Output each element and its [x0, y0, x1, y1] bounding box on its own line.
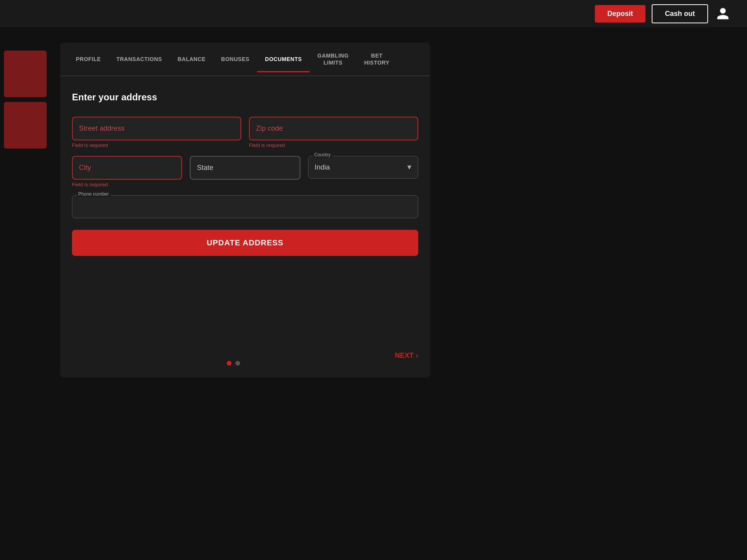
pagination-dot-1[interactable] [227, 361, 231, 366]
pagination-dots [227, 361, 240, 366]
next-label: NEXT [395, 352, 414, 360]
tab-transactions[interactable]: TRANSACTIONS [109, 47, 170, 72]
pagination-dot-2[interactable] [235, 361, 240, 366]
phone-label: Phone number [77, 191, 110, 197]
tab-bet-history[interactable]: BETHISTORY [356, 43, 397, 75]
city-group: Field is required [72, 156, 182, 187]
state-group [190, 156, 300, 180]
tab-documents[interactable]: DOCUMENTS [257, 47, 310, 72]
zip-code-group: Field is required [249, 117, 418, 148]
sidebar-block-bottom [4, 102, 47, 149]
phone-input[interactable] [72, 195, 418, 218]
user-profile-icon[interactable] [714, 5, 731, 22]
tab-balance[interactable]: BALANCE [170, 47, 213, 72]
header: Deposit Cash out [0, 0, 747, 27]
country-label: Country [313, 152, 332, 158]
address-row: Field is required Field is required [72, 117, 418, 148]
bottom-nav: NEXT › [60, 345, 430, 366]
deposit-button[interactable]: Deposit [595, 5, 645, 23]
next-arrow-icon: › [416, 352, 418, 360]
update-address-button[interactable]: UPDATE ADDRESS [72, 230, 418, 256]
zip-code-error: Field is required [249, 142, 418, 148]
next-button[interactable]: NEXT › [395, 352, 418, 360]
city-state-row: Field is required Country India United S… [72, 156, 418, 187]
nav-tabs: PROFILE TRANSACTIONS BALANCE BONUSES DOC… [60, 43, 430, 76]
street-address-error: Field is required [72, 142, 241, 148]
street-address-group: Field is required [72, 117, 241, 148]
page-title: Enter your address [72, 92, 418, 103]
page-content: Enter your address Field is required Fie… [60, 76, 430, 268]
street-address-input[interactable] [72, 117, 241, 140]
state-input[interactable] [190, 156, 300, 180]
cashout-button[interactable]: Cash out [652, 4, 708, 23]
sidebar-block-top [4, 51, 47, 97]
tab-bonuses[interactable]: BONUSES [213, 47, 257, 72]
phone-group: Phone number [72, 195, 418, 218]
city-input[interactable] [72, 156, 182, 180]
tab-profile[interactable]: PROFILE [68, 47, 109, 72]
main-container: PROFILE TRANSACTIONS BALANCE BONUSES DOC… [60, 43, 430, 377]
country-select[interactable]: India United States United Kingdom Austr… [308, 156, 418, 178]
city-error: Field is required [72, 182, 182, 187]
zip-code-input[interactable] [249, 117, 418, 140]
sidebar-left [0, 27, 51, 362]
tab-gambling-limits[interactable]: GAMBLINGLIMITS [310, 43, 356, 75]
country-group: Country India United States United Kingd… [308, 156, 418, 178]
